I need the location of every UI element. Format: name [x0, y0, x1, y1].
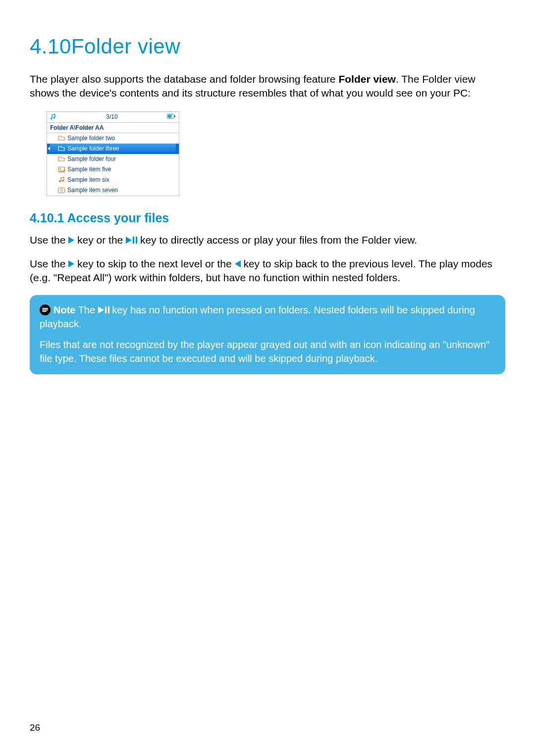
device-path: Folder A\Folder AA: [47, 123, 179, 133]
list-item: Sample item seven: [47, 185, 179, 196]
list-item-label: Sample item five: [67, 166, 111, 173]
intro-bold: Folder view: [338, 73, 396, 85]
subsection-title: Access your files: [67, 211, 169, 225]
note-label: Note: [54, 304, 75, 315]
folder-icon: [58, 156, 65, 162]
play-icon: [68, 233, 74, 247]
list-item-label: Sample folder two: [67, 135, 115, 142]
music-icon: [50, 114, 57, 120]
folder-icon: [58, 136, 65, 141]
instruction-2: Use the key to skip to the next level or…: [30, 257, 505, 285]
device-position: 3/10: [57, 113, 167, 120]
device-rows: Sample folder twoSample folder threeSamp…: [47, 133, 179, 196]
battery-icon: [167, 113, 176, 120]
p1-b: key or the: [74, 234, 126, 246]
p1-a: Use the: [30, 234, 68, 246]
list-item: Sample folder two: [47, 133, 179, 144]
p2-b: key to skip to the next level or the: [74, 258, 234, 269]
p2-a: Use the: [30, 258, 68, 269]
svg-rect-9: [58, 188, 65, 193]
subsection-heading: 4.10.1 Access your files: [30, 211, 505, 225]
section-number: 4.10: [30, 35, 71, 58]
note-line-1: Note The key has no function when presse…: [40, 303, 495, 331]
list-item-label: Sample folder three: [67, 145, 119, 152]
list-item: Sample folder four: [47, 154, 179, 164]
play-pause-icon: [98, 303, 109, 317]
intro-text-a: The player also supports the database an…: [30, 73, 338, 85]
play-pause-icon: [126, 233, 137, 247]
audio-icon: [58, 177, 65, 183]
note-line-2: Files that are not recognized by the pla…: [40, 338, 495, 365]
page-number: 26: [30, 722, 40, 733]
svg-rect-3: [174, 115, 175, 117]
intro-paragraph: The player also supports the database an…: [30, 72, 505, 101]
note-icon: [40, 304, 51, 315]
section-title: Folder view: [71, 35, 180, 58]
list-item-label: Sample item seven: [67, 187, 118, 194]
folder-icon: [58, 146, 65, 151]
image-icon: [58, 167, 65, 172]
note-box: Note The key has no function when presse…: [30, 295, 505, 374]
list-item: Sample item six: [47, 175, 179, 185]
instruction-1: Use the key or the key to directly acces…: [30, 233, 505, 247]
subsection-number: 4.10.1: [30, 211, 64, 225]
list-item-label: Sample folder four: [67, 155, 116, 162]
list-item-label: Sample item six: [67, 176, 109, 183]
section-heading: 4.10Folder view: [30, 35, 505, 58]
svg-rect-4: [168, 115, 171, 118]
video-icon: [58, 188, 65, 193]
svg-point-10: [60, 189, 63, 192]
p1-c: key to directly access or play your file…: [137, 234, 417, 246]
play-icon: [68, 257, 74, 271]
list-item: Sample item five: [47, 164, 179, 175]
back-icon: [235, 257, 241, 271]
device-preview: 3/10 Folder A\Folder AA Sample folder tw…: [47, 111, 179, 196]
device-status-bar: 3/10: [47, 112, 179, 123]
svg-point-6: [59, 168, 61, 169]
list-item: Sample folder three: [47, 144, 179, 154]
note-1a: The: [75, 304, 98, 315]
